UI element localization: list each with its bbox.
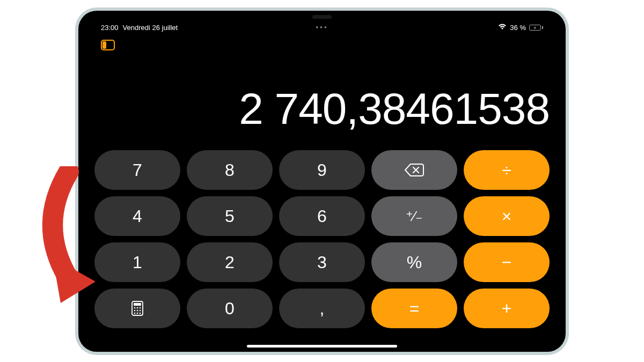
- key-calculator-mode[interactable]: [94, 289, 180, 328]
- status-time: 23:00: [101, 24, 119, 32]
- key-equals[interactable]: =: [371, 289, 457, 328]
- key-backspace[interactable]: [371, 150, 457, 190]
- key-decimal[interactable]: ,: [279, 289, 365, 328]
- calculator-icon: [131, 301, 143, 316]
- display-value: 2 740,38461538: [239, 84, 550, 134]
- key-0[interactable]: 0: [187, 289, 273, 328]
- svg-point-8: [137, 310, 138, 312]
- svg-point-7: [134, 310, 136, 312]
- display-area: 2 740,38461538: [94, 48, 550, 139]
- keypad: 7 8 9 ÷ 4 5 6 ⁺∕₋ × 1 2 3 % −: [94, 150, 550, 328]
- wifi-icon: [498, 24, 507, 32]
- svg-rect-1: [103, 41, 106, 49]
- key-percent[interactable]: %: [371, 242, 457, 282]
- backspace-icon: [404, 163, 425, 177]
- key-minus[interactable]: −: [464, 242, 550, 282]
- key-5[interactable]: 5: [187, 196, 273, 236]
- ipad-frame: 23:00 Vendredi 26 juillet 36 % ⚡︎ ●●●: [75, 8, 569, 355]
- svg-point-5: [137, 307, 138, 309]
- multitask-dots-icon[interactable]: ●●●: [316, 25, 328, 29]
- key-3[interactable]: 3: [279, 242, 365, 282]
- key-plus[interactable]: +: [464, 289, 550, 328]
- svg-rect-3: [134, 303, 141, 306]
- svg-point-6: [140, 307, 141, 309]
- front-camera: [312, 15, 332, 19]
- svg-point-12: [140, 313, 141, 314]
- screen: 23:00 Vendredi 26 juillet 36 % ⚡︎ ●●●: [78, 11, 566, 352]
- key-divide[interactable]: ÷: [464, 150, 550, 190]
- key-8[interactable]: 8: [187, 150, 273, 190]
- status-date: Vendredi 26 juillet: [123, 24, 178, 32]
- key-1[interactable]: 1: [94, 242, 180, 282]
- svg-point-11: [137, 313, 138, 314]
- svg-point-9: [140, 310, 141, 312]
- key-plus-minus[interactable]: ⁺∕₋: [371, 196, 457, 236]
- key-6[interactable]: 6: [279, 196, 365, 236]
- home-indicator[interactable]: [247, 345, 397, 348]
- key-2[interactable]: 2: [187, 242, 273, 282]
- key-multiply[interactable]: ×: [464, 196, 550, 236]
- key-9[interactable]: 9: [279, 150, 365, 190]
- svg-point-4: [134, 307, 136, 309]
- key-4[interactable]: 4: [94, 196, 180, 236]
- svg-point-10: [134, 313, 136, 314]
- battery-text: 36 %: [510, 24, 526, 32]
- key-7[interactable]: 7: [94, 150, 180, 190]
- battery-icon: ⚡︎: [529, 25, 543, 31]
